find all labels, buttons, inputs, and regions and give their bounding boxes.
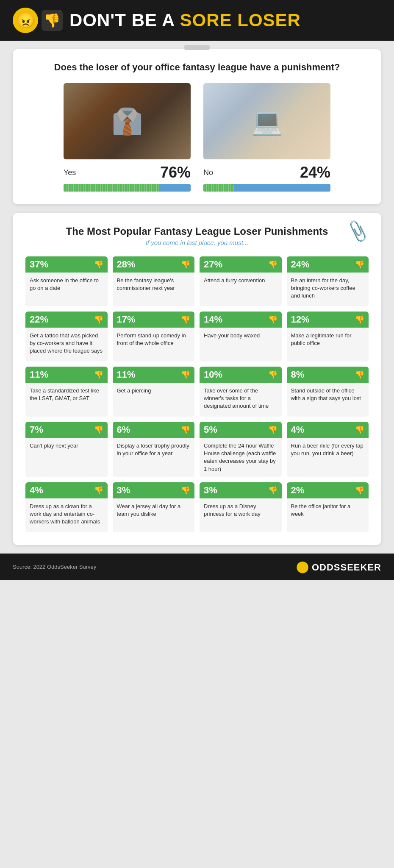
punishment-cell: 3% 👎 Wear a jersey all day for a team yo…	[113, 482, 195, 532]
punishment-header: 8% 👎	[287, 367, 369, 383]
punishment-text: Be an intern for the day, bringing co-wo…	[287, 273, 369, 306]
punishment-pct: 37%	[30, 259, 48, 270]
punishment-text: Be the fantasy league's commissioner nex…	[113, 273, 195, 306]
punishment-thumb-icon: 👎	[94, 486, 103, 495]
punishment-cell: 5% 👎 Complete the 24-hour Waffle House c…	[200, 422, 282, 477]
punishment-header: 24% 👎	[287, 256, 369, 273]
punishment-thumb-icon: 👎	[181, 486, 190, 495]
punishment-thumb-icon: 👎	[94, 425, 103, 434]
punishment-text: Attend a furry convention	[200, 273, 282, 306]
punishment-cell: 14% 👎 Have your body waxed	[200, 312, 282, 362]
punishment-thumb-icon: 👎	[268, 260, 277, 269]
punishment-text: Stand outside of the office with a sign …	[287, 383, 369, 417]
punishment-cell: 12% 👎 Make a legitimate run for public o…	[287, 312, 369, 362]
page-header: 😠 👎 DON'T BE A SORE LOSER	[0, 0, 394, 41]
punishment-cell: 22% 👎 Get a tattoo that was picked by co…	[25, 312, 108, 362]
survey-title: Does the loser of your office fantasy le…	[25, 62, 369, 73]
punishment-header: 28% 👎	[113, 256, 195, 273]
punishment-pct: 3%	[117, 485, 130, 496]
punishment-pct: 5%	[204, 424, 217, 435]
punishment-cell: 28% 👎 Be the fantasy league's commission…	[113, 256, 195, 306]
punishment-thumb-icon: 👎	[355, 315, 364, 324]
punishment-text: Get a piercing	[113, 383, 195, 417]
punishment-pct: 2%	[291, 485, 305, 496]
punishment-header: 4% 👎	[25, 482, 108, 498]
punishment-text: Make a legitimate run for public office	[287, 328, 369, 362]
punishment-thumb-icon: 👎	[94, 315, 103, 324]
punishment-cell: 11% 👎 Take a standardized test like the …	[25, 367, 108, 417]
punishment-cell: 2% 👎 Be the office janitor for a week	[287, 482, 369, 532]
punishment-header: 10% 👎	[200, 367, 282, 383]
punishment-header: 37% 👎	[25, 256, 108, 273]
punishment-header: 3% 👎	[200, 482, 282, 498]
punishments-subtitle: If you come in last place, you must...	[25, 239, 369, 246]
punishments-section: 📎 The Most Popular Fantasy League Loser …	[13, 213, 381, 545]
punishment-cell: 6% 👎 Display a loser trophy proudly in y…	[113, 422, 195, 477]
punishment-header: 7% 👎	[25, 422, 108, 438]
survey-card-no: 💻 No 24%	[203, 83, 330, 192]
punishment-thumb-icon: 👎	[268, 315, 277, 324]
punishment-pct: 3%	[204, 485, 217, 496]
punishment-cell: 24% 👎 Be an intern for the day, bringing…	[287, 256, 369, 306]
punishment-pct: 27%	[204, 259, 222, 270]
angry-face-icon: 😠	[13, 8, 38, 33]
punishment-thumb-icon: 👎	[94, 260, 103, 269]
punishment-header: 6% 👎	[113, 422, 195, 438]
punishment-pct: 11%	[117, 369, 136, 380]
survey-no-label: No	[203, 168, 213, 177]
footer-source: Source: 2022 OddsSeeker Survey	[13, 564, 96, 570]
punishment-header: 3% 👎	[113, 482, 195, 498]
punishments-grid: 37% 👎 Ask someone in the office to go on…	[25, 256, 369, 532]
survey-no-bar-fill	[203, 184, 234, 192]
punishment-thumb-icon: 👎	[268, 370, 277, 379]
punishment-text: Dress up as a clown for a work day and e…	[25, 498, 108, 532]
survey-yes-pct: 76%	[160, 164, 191, 181]
punishment-pct: 4%	[30, 485, 43, 496]
footer-logo: ⬤ ODDSSEEKER	[296, 560, 381, 573]
punishment-cell: 4% 👎 Dress up as a clown for a work day …	[25, 482, 108, 532]
punishment-thumb-icon: 👎	[181, 425, 190, 434]
punishment-pct: 4%	[291, 424, 305, 435]
punishment-header: 11% 👎	[113, 367, 195, 383]
punishment-thumb-icon: 👎	[181, 315, 190, 324]
punishment-cell: 7% 👎 Can't play next year	[25, 422, 108, 477]
punishment-header: 12% 👎	[287, 312, 369, 328]
punishment-header: 14% 👎	[200, 312, 282, 328]
punishment-text: Have your body waxed	[200, 328, 282, 362]
survey-cards: 👔 Yes 76% 💻 No 24%	[25, 83, 369, 192]
punishment-pct: 24%	[291, 259, 310, 270]
punishment-cell: 11% 👎 Get a piercing	[113, 367, 195, 417]
survey-yes-image: 👔	[64, 83, 191, 159]
punishment-text: Ask someone in the office to go on a dat…	[25, 273, 108, 306]
punishment-thumb-icon: 👎	[268, 486, 277, 495]
punishment-pct: 14%	[204, 314, 222, 325]
punishment-header: 2% 👎	[287, 482, 369, 498]
punishment-pct: 7%	[30, 424, 43, 435]
punishment-thumb-icon: 👎	[355, 425, 364, 434]
punishment-header: 22% 👎	[25, 312, 108, 328]
punishment-pct: 8%	[291, 369, 305, 380]
punishment-header: 4% 👎	[287, 422, 369, 438]
punishment-text: Wear a jersey all day for a team you dis…	[113, 498, 195, 532]
punishment-cell: 37% 👎 Ask someone in the office to go on…	[25, 256, 108, 306]
thumbs-down-icon: 👎	[42, 10, 63, 31]
punishment-cell: 8% 👎 Stand outside of the office with a …	[287, 367, 369, 417]
survey-no-image: 💻	[203, 83, 330, 159]
punishment-header: 17% 👎	[113, 312, 195, 328]
survey-section: Does the loser of your office fantasy le…	[13, 49, 381, 204]
punishment-cell: 3% 👎 Dress up as a Disney princess for a…	[200, 482, 282, 532]
punishment-pct: 28%	[117, 259, 136, 270]
survey-no-stat-row: No 24%	[203, 164, 330, 181]
punishment-cell: 17% 👎 Perform stand-up comedy in front o…	[113, 312, 195, 362]
survey-card-yes: 👔 Yes 76%	[64, 83, 191, 192]
punishment-text: Display a loser trophy proudly in your o…	[113, 438, 195, 472]
punishment-cell: 10% 👎 Take over some of the winner's tas…	[200, 367, 282, 417]
punishment-text: Dress up as a Disney princess for a work…	[200, 498, 282, 532]
punishment-cell: 4% 👎 Run a beer mile (for every lap you …	[287, 422, 369, 477]
punishment-text: Take a standardized test like the LSAT, …	[25, 383, 108, 417]
punishment-pct: 10%	[204, 369, 222, 380]
punishment-thumb-icon: 👎	[94, 370, 103, 379]
survey-no-pct: 24%	[300, 164, 330, 181]
punishment-thumb-icon: 👎	[355, 370, 364, 379]
punishment-thumb-icon: 👎	[181, 260, 190, 269]
